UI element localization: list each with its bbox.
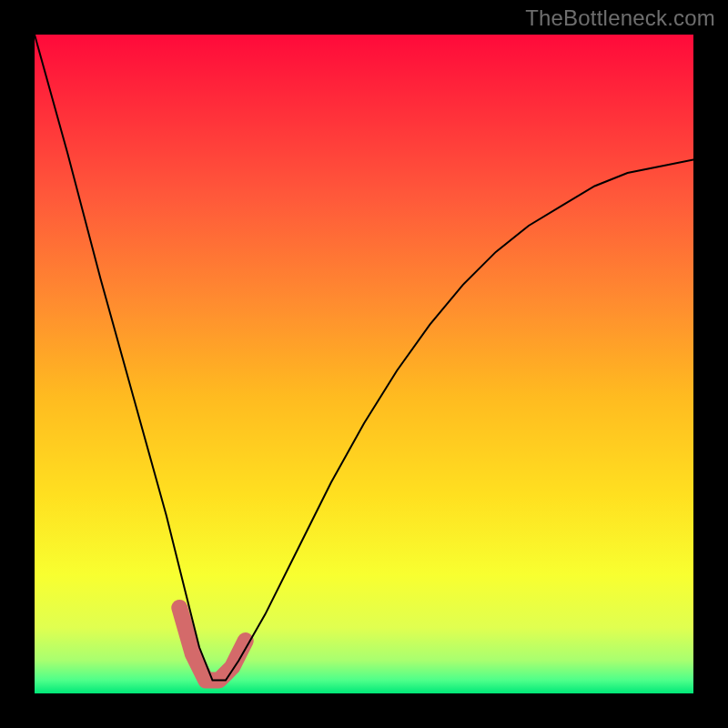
curve-main-line bbox=[35, 35, 693, 681]
watermark-text: TheBottleneck.com bbox=[525, 5, 715, 31]
curve-svg bbox=[35, 35, 693, 693]
chart-frame: TheBottleneck.com bbox=[0, 0, 728, 728]
plot-area bbox=[35, 35, 693, 693]
curve-highlight-segment bbox=[179, 608, 245, 681]
